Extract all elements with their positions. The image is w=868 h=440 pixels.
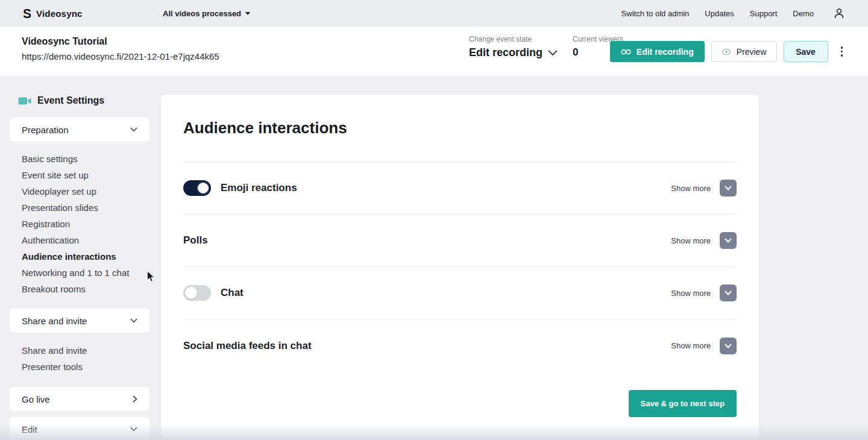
event-info: Videosync Tutorial https://demo.videosyn…	[22, 36, 219, 61]
chevron-down-icon	[130, 427, 137, 432]
link-support[interactable]: Support	[750, 9, 778, 18]
expand-chevron-button[interactable]	[720, 180, 737, 196]
save-button-label: Save	[796, 47, 816, 57]
event-settings-title: Event Settings	[37, 95, 104, 106]
chevron-down-icon	[130, 318, 137, 323]
sidebar-item-breakout-rooms[interactable]: Breakout rooms	[22, 281, 149, 297]
chevron-down-icon	[725, 238, 732, 243]
sidebar-item-share-and-invite[interactable]: Share and invite	[22, 342, 149, 359]
header-buttons: Edit recording Preview Save	[610, 41, 846, 62]
videos-processed-dropdown[interactable]: All videos processed	[163, 0, 250, 27]
feature-label: Emoji reactions	[221, 182, 297, 194]
feature-label: Social media feeds in chat	[183, 340, 312, 352]
sidebar-item-presentation-slides[interactable]: Presentation slides	[22, 200, 149, 216]
feature-row-polls: Polls Show more	[183, 215, 737, 267]
sidebar-section-preparation[interactable]: Preparation	[10, 118, 149, 142]
edit-recording-button[interactable]: Edit recording	[610, 41, 705, 62]
feature-row-emoji-reactions: Emoji reactions Show more	[183, 162, 737, 215]
preview-button-label: Preview	[737, 47, 767, 57]
chevron-down-icon	[725, 186, 732, 190]
videosync-logo-icon: S	[23, 7, 31, 20]
card-footer: Save & go to next step	[183, 390, 737, 417]
event-state-value: Edit recording	[469, 46, 542, 59]
caret-down-icon	[245, 12, 250, 15]
edit-recording-button-label: Edit recording	[637, 47, 694, 57]
videos-processed-label: All videos processed	[163, 9, 241, 18]
share-items: Share and invite Presenter tools	[22, 342, 149, 375]
link-icon	[621, 49, 631, 55]
feature-label: Polls	[183, 234, 208, 247]
sidebar-item-registration[interactable]: Registration	[22, 216, 149, 232]
show-more-link[interactable]: Show more	[671, 341, 711, 350]
videosync-logo-text: Videosync	[36, 8, 83, 19]
chevron-right-icon	[133, 395, 137, 403]
chevron-down-icon	[548, 50, 558, 55]
show-more-link[interactable]: Show more	[671, 289, 711, 298]
eye-icon	[722, 48, 731, 55]
sidebar-item-presenter-tools[interactable]: Presenter tools	[22, 359, 149, 375]
save-button[interactable]: Save	[784, 41, 828, 62]
user-account-icon[interactable]	[833, 7, 845, 19]
video-camera-icon	[18, 96, 31, 105]
link-updates[interactable]: Updates	[705, 9, 734, 18]
sidebar-section-share-and-invite[interactable]: Share and invite	[10, 309, 149, 333]
event-settings-heading: Event Settings	[18, 95, 149, 106]
save-and-next-step-button[interactable]: Save & go to next step	[629, 390, 737, 417]
sidebar-item-event-site-set-up[interactable]: Event site set up	[22, 167, 149, 183]
event-title: Videosync Tutorial	[22, 36, 219, 47]
chevron-down-icon	[725, 291, 732, 295]
audience-interactions-panel: Audience interactions Emoji reactions Sh…	[161, 95, 759, 440]
sidebar-item-audience-interactions[interactable]: Audience interactions	[22, 248, 149, 265]
edit-label: Edit	[22, 424, 37, 435]
videosync-logo[interactable]: S Videosync	[23, 7, 83, 20]
sidebar-item-networking-1to1-chat[interactable]: Networking and 1 to 1 chat	[22, 265, 149, 281]
expand-chevron-button[interactable]	[720, 338, 737, 354]
expand-chevron-button[interactable]	[720, 284, 737, 301]
feature-label: Chat	[221, 287, 244, 299]
preview-button[interactable]: Preview	[711, 41, 777, 62]
chevron-down-icon	[725, 344, 732, 348]
content-area: Event Settings Preparation Basic setting…	[0, 76, 868, 440]
feature-row-social-media-feeds: Social media feeds in chat Show more	[183, 319, 737, 372]
feature-row-chat: Chat Show more	[183, 267, 737, 319]
top-navigation-bar: S Videosync All videos processed Switch …	[0, 0, 868, 27]
chevron-down-icon	[130, 127, 137, 132]
page-title: Audience interactions	[183, 119, 737, 137]
emoji-reactions-toggle[interactable]	[183, 180, 211, 196]
event-state-block: Change event state Edit recording	[469, 35, 573, 59]
event-url[interactable]: https://demo.videosync.fi/2021-12-01-e7j…	[22, 51, 219, 61]
sidebar-item-basic-settings[interactable]: Basic settings	[22, 151, 149, 167]
share-and-invite-label: Share and invite	[22, 316, 87, 326]
expand-chevron-button[interactable]	[720, 232, 737, 249]
show-more-link[interactable]: Show more	[671, 236, 711, 245]
settings-sidebar: Event Settings Preparation Basic setting…	[10, 76, 149, 440]
chat-toggle[interactable]	[183, 285, 211, 301]
link-demo[interactable]: Demo	[793, 9, 814, 18]
show-more-link[interactable]: Show more	[671, 184, 711, 193]
sidebar-section-go-live[interactable]: Go live	[10, 387, 149, 411]
topbar-links: Switch to old admin Updates Support Demo	[621, 7, 845, 19]
event-state-label: Change event state	[469, 35, 573, 43]
link-switch-old-admin[interactable]: Switch to old admin	[621, 9, 690, 18]
sidebar-section-edit[interactable]: Edit	[10, 417, 149, 440]
preparation-label: Preparation	[22, 125, 69, 135]
sidebar-item-videoplayer-set-up[interactable]: Videoplayer set up	[22, 183, 149, 200]
preparation-items: Basic settings Event site set up Videopl…	[22, 151, 149, 297]
sidebar-item-authentication[interactable]: Authentication	[22, 232, 149, 248]
event-header: Videosync Tutorial https://demo.videosyn…	[0, 27, 868, 76]
event-state-dropdown[interactable]: Edit recording	[469, 46, 573, 59]
go-live-label: Go live	[22, 394, 50, 404]
more-options-kebab-icon[interactable]	[837, 44, 847, 59]
